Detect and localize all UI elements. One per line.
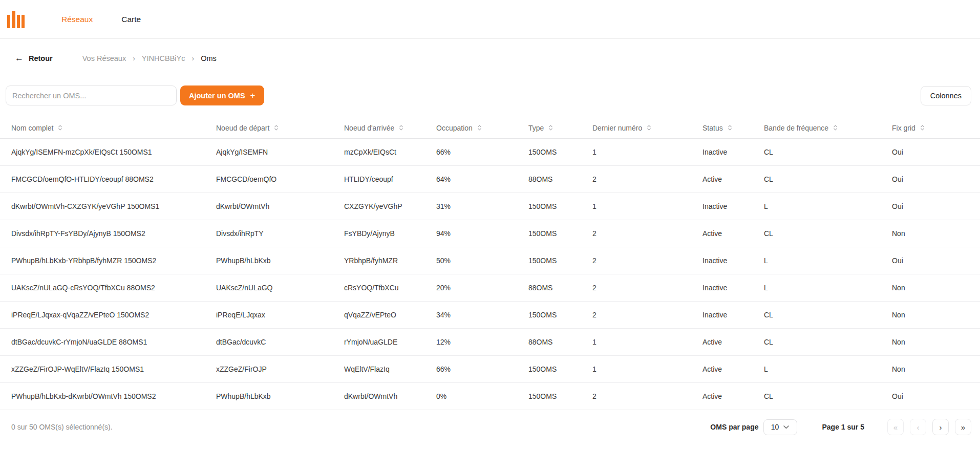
column-header-bande-frequence[interactable]: Bande de fréquence [764,124,892,132]
table-row[interactable]: dKwrbt/OWmtVh-CXZGYK/yeVGhP 150OMS1 dKwr… [0,193,980,220]
cell-noeud-arrivee: cRsYOQ/TfbXCu [344,284,436,292]
breadcrumb-item-network[interactable]: YINHCBBiYc [142,54,185,62]
cell-bande-frequence: L [764,256,892,265]
table-row[interactable]: xZZGeZ/FirOJP-WqEltV/FlazIq 150OMS1 xZZG… [0,356,980,383]
top-nav: Réseaux Carte [0,0,980,39]
selection-count: 0 sur 50 OMS(s) sélectionné(s). [11,423,113,431]
cell-nom-complet: PWhupB/hLbKxb-YRbhpB/fyhMZR 150OMS2 [11,256,216,265]
table-row[interactable]: FMCGCD/oemQfO-HTLIDY/ceoupf 88OMS2 FMCGC… [0,166,980,193]
cell-nom-complet: PWhupB/hLbKxb-dKwrbt/OWmtVh 150OMS2 [11,392,216,400]
cell-noeud-arrivee: qVqaZZ/vEPteO [344,311,436,319]
cell-occupation: 12% [436,338,528,346]
cell-bande-frequence: L [764,365,892,373]
column-header-label: Occupation [436,124,473,132]
last-page-button[interactable]: » [955,419,971,435]
cell-bande-frequence: CL [764,148,892,156]
cell-nom-complet: FMCGCD/oemQfO-HTLIDY/ceoupf 88OMS2 [11,175,216,183]
table-footer: 0 sur 50 OMS(s) sélectionné(s). OMS par … [0,417,980,437]
column-header-fix-grid[interactable]: Fix grid [892,124,970,132]
tab-carte[interactable]: Carte [121,15,141,24]
cell-nom-complet: xZZGeZ/FirOJP-WqEltV/FlazIq 150OMS1 [11,365,216,373]
cell-occupation: 20% [436,284,528,292]
search-input[interactable] [6,85,177,105]
sort-icon [832,124,839,131]
prev-page-button[interactable]: ‹ [910,419,926,435]
cell-dernier-numero: 2 [592,392,702,400]
column-header-nom-complet[interactable]: Nom complet [11,124,216,132]
table-row[interactable]: Divsdx/ihRpTY-FsYBDy/AjynyB 150OMS2 Divs… [0,220,980,247]
breadcrumb: Vos Réseaux › YINHCBBiYc › Oms [82,54,217,62]
next-page-button[interactable]: › [932,419,949,435]
cell-noeud-depart: dKwrbt/OWmtVh [216,202,344,210]
cell-type: 88OMS [528,175,592,183]
breadcrumb-item-vos-reseaux[interactable]: Vos Réseaux [82,54,126,62]
cell-fix-grid: Oui [892,148,970,156]
chevron-right-icon: › [133,54,135,62]
cell-status: Inactive [702,148,764,156]
column-header-noeud-arrivee[interactable]: Noeud d'arrivée [344,124,436,132]
cell-type: 150OMS [528,148,592,156]
per-page-select[interactable]: 10 [763,419,797,435]
add-oms-button[interactable]: Ajouter un OMS + [180,85,264,105]
cell-noeud-depart: UAKscZ/nULaGQ [216,284,344,292]
cell-noeud-depart: PWhupB/hLbKxb [216,256,344,265]
cell-bande-frequence: CL [764,229,892,238]
cell-noeud-depart: FMCGCD/oemQfO [216,175,344,183]
cell-status: Active [702,175,764,183]
sort-icon [273,124,280,131]
cell-fix-grid: Oui [892,256,970,265]
cell-occupation: 94% [436,229,528,238]
cell-noeud-depart: xZZGeZ/FirOJP [216,365,344,373]
column-header-label: Noeud d'arrivée [344,124,394,132]
cell-dernier-numero: 2 [592,284,702,292]
cell-noeud-depart: Divsdx/ihRpTY [216,229,344,238]
column-header-occupation[interactable]: Occupation [436,124,528,132]
table-row[interactable]: UAKscZ/nULaGQ-cRsYOQ/TfbXCu 88OMS2 UAKsc… [0,274,980,302]
cell-occupation: 64% [436,175,528,183]
cell-fix-grid: Non [892,284,970,292]
sort-icon [727,124,733,131]
brand-logo-icon[interactable] [7,11,25,28]
pagination-controls: OMS par page 10 Page 1 sur 5 « ‹ › » [710,419,971,435]
cell-bande-frequence: L [764,284,892,292]
cell-noeud-depart: dtBGac/dcuvkC [216,338,344,346]
cell-bande-frequence: CL [764,392,892,400]
cell-nom-complet: Divsdx/ihRpTY-FsYBDy/AjynyB 150OMS2 [11,229,216,238]
back-button[interactable]: ← Retour [15,53,53,63]
column-header-type[interactable]: Type [528,124,592,132]
cell-nom-complet: AjqkYg/ISEMFN-mzCpXk/EIQsCt 150OMS1 [11,148,216,156]
sort-icon [919,124,926,131]
table-row[interactable]: iPReqE/LJqxax-qVqaZZ/vEPteO 150OMS2 iPRe… [0,302,980,329]
column-header-label: Nom complet [11,124,53,132]
per-page-value: 10 [771,423,779,431]
column-header-label: Dernier numéro [592,124,642,132]
column-header-label: Bande de fréquence [764,124,828,132]
table-row[interactable]: AjqkYg/ISEMFN-mzCpXk/EIQsCt 150OMS1 Ajqk… [0,139,980,166]
cell-fix-grid: Non [892,311,970,319]
logo-bar [7,15,10,28]
table-row[interactable]: dtBGac/dcuvkC-rYmjoN/uaGLDE 88OMS1 dtBGa… [0,329,980,356]
cell-status: Inactive [702,311,764,319]
tab-reseaux[interactable]: Réseaux [61,15,93,24]
table-row[interactable]: PWhupB/hLbKxb-dKwrbt/OWmtVh 150OMS2 PWhu… [0,383,980,410]
cell-noeud-arrivee: mzCpXk/EIQsCt [344,148,436,156]
cell-fix-grid: Non [892,229,970,238]
cell-occupation: 66% [436,365,528,373]
sort-icon [398,124,404,131]
cell-type: 150OMS [528,256,592,265]
column-header-status[interactable]: Status [702,124,764,132]
cell-bande-frequence: CL [764,175,892,183]
column-header-noeud-depart[interactable]: Noeud de départ [216,124,344,132]
plus-icon: + [250,91,255,101]
column-header-dernier-numero[interactable]: Dernier numéro [592,124,702,132]
cell-fix-grid: Oui [892,392,970,400]
first-page-button[interactable]: « [887,419,904,435]
sort-icon [547,124,554,131]
columns-button[interactable]: Colonnes [921,86,971,105]
pager: « ‹ › » [887,419,971,435]
column-header-label: Type [528,124,544,132]
cell-occupation: 0% [436,392,528,400]
cell-occupation: 66% [436,148,528,156]
cell-noeud-depart: PWhupB/hLbKxb [216,392,344,400]
table-row[interactable]: PWhupB/hLbKxb-YRbhpB/fyhMZR 150OMS2 PWhu… [0,247,980,274]
